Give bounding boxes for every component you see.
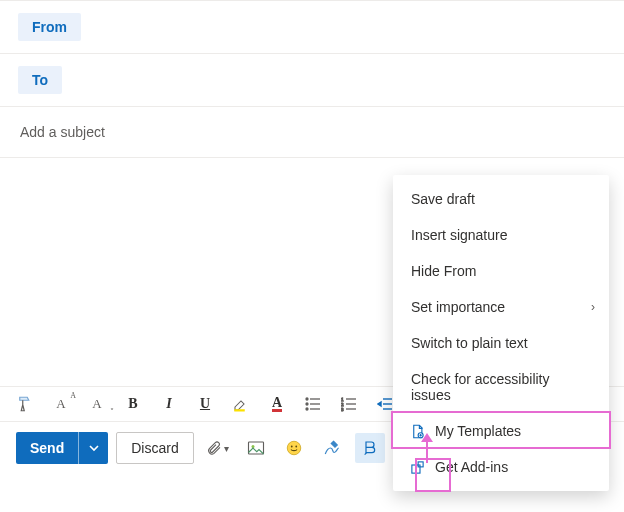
svg-rect-26 — [418, 461, 423, 466]
bold-icon[interactable]: B — [122, 393, 144, 415]
to-button[interactable]: To — [18, 66, 62, 94]
signature-icon[interactable] — [317, 433, 347, 463]
subject-input[interactable] — [18, 123, 606, 141]
toggle-format-bar-icon[interactable] — [355, 433, 385, 463]
svg-point-5 — [306, 408, 308, 410]
svg-rect-25 — [411, 465, 419, 473]
menu-hide-from[interactable]: Hide From — [393, 253, 609, 289]
send-split-button: Send — [16, 432, 108, 464]
italic-icon[interactable]: I — [158, 393, 180, 415]
send-options-button[interactable] — [78, 432, 108, 464]
svg-point-18 — [287, 441, 301, 455]
menu-set-importance-label: Set importance — [411, 299, 505, 315]
svg-point-3 — [306, 403, 308, 405]
font-color-icon[interactable]: A — [266, 393, 288, 415]
font-shrink-icon[interactable]: A˅ — [86, 393, 108, 415]
from-row: From — [0, 0, 624, 54]
svg-rect-0 — [234, 409, 245, 411]
discard-button[interactable]: Discard — [116, 432, 193, 464]
menu-accessibility[interactable]: Check for accessibility issues — [393, 361, 609, 413]
chevron-right-icon: › — [591, 300, 595, 314]
chevron-down-icon: ▾ — [224, 443, 229, 454]
menu-save-draft[interactable]: Save draft — [393, 181, 609, 217]
from-button[interactable]: From — [18, 13, 81, 41]
menu-get-addins-label: Get Add-ins — [435, 459, 508, 475]
svg-text:3: 3 — [341, 407, 344, 412]
annotation-arrow — [426, 441, 428, 463]
underline-icon[interactable]: U — [194, 393, 216, 415]
svg-point-1 — [306, 398, 308, 400]
format-painter-icon[interactable] — [14, 393, 36, 415]
to-row: To — [0, 54, 624, 107]
emoji-icon[interactable] — [279, 433, 309, 463]
menu-set-importance[interactable]: Set importance › — [393, 289, 609, 325]
font-grow-icon[interactable]: AA — [50, 393, 72, 415]
attach-button[interactable]: ▾ — [202, 433, 233, 463]
insert-image-icon[interactable] — [241, 433, 271, 463]
menu-switch-plain-text[interactable]: Switch to plain text — [393, 325, 609, 361]
bullets-icon[interactable] — [302, 393, 324, 415]
svg-point-20 — [295, 446, 297, 448]
menu-insert-signature[interactable]: Insert signature — [393, 217, 609, 253]
addins-icon — [409, 459, 425, 475]
send-button[interactable]: Send — [16, 432, 78, 464]
subject-row — [0, 107, 624, 158]
menu-my-templates-label: My Templates — [435, 423, 521, 439]
highlight-icon[interactable] — [230, 393, 252, 415]
svg-point-19 — [291, 446, 293, 448]
numbered-list-icon[interactable]: 1 2 3 — [338, 393, 360, 415]
